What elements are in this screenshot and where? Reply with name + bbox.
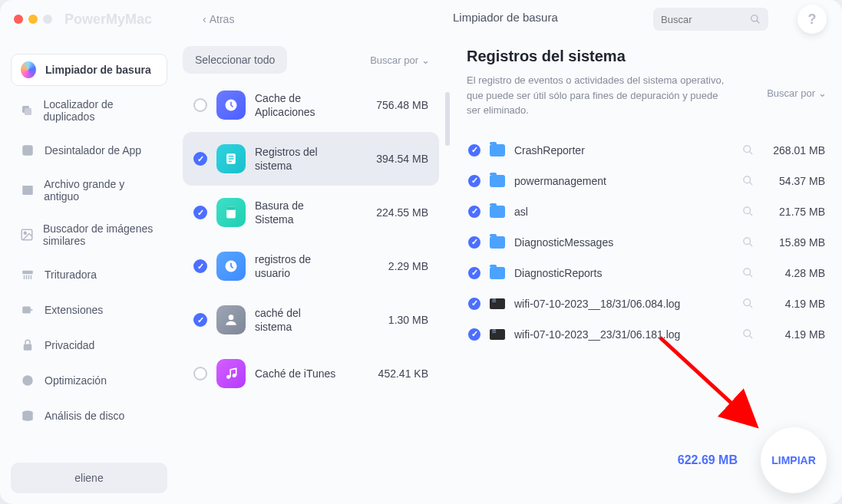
svg-rect-15 (24, 344, 32, 351)
sidebar-item-junk-cleaner[interactable]: Limpiador de basura (11, 54, 167, 86)
sidebar-label: Archivo grande y antiguo (44, 178, 158, 203)
svg-line-1 (757, 21, 760, 24)
checkbox[interactable] (193, 259, 207, 273)
file-row[interactable]: CrashReporter268.01 MB (467, 135, 827, 166)
minimize-dot[interactable] (28, 15, 38, 24)
svg-point-8 (24, 232, 26, 234)
search-input[interactable] (661, 14, 738, 25)
checkbox[interactable] (468, 328, 480, 341)
sidebar-item-disk-analysis[interactable]: Análisis de disco (11, 400, 167, 431)
folder-icon (490, 175, 505, 187)
traffic-lights[interactable] (14, 15, 52, 24)
file-row[interactable]: powermanagement54.37 MB (467, 166, 827, 196)
checkbox[interactable] (193, 152, 207, 166)
category-label: Registros del sistema (255, 145, 339, 173)
sidebar-item-similar-images[interactable]: Buscador de imágenes similares (11, 215, 167, 255)
magnifier-icon[interactable] (742, 267, 754, 279)
checkbox[interactable] (193, 206, 207, 219)
detail-sort-button[interactable]: Buscar por ⌄ (767, 87, 827, 99)
file-size: 4.28 MB (764, 267, 825, 279)
category-system-junk[interactable]: Basura de Sistema 224.55 MB (183, 186, 439, 239)
lock-icon (20, 338, 35, 353)
swirl-icon (21, 62, 36, 77)
magnifier-icon[interactable] (742, 236, 754, 249)
checkbox[interactable] (468, 267, 480, 279)
svg-rect-5 (22, 187, 33, 195)
svg-line-34 (749, 212, 752, 216)
maximize-dot[interactable] (43, 15, 52, 24)
close-dot[interactable] (14, 15, 23, 24)
category-system-cache[interactable]: caché del sistema 1.30 MB (183, 293, 439, 347)
checkbox[interactable] (193, 313, 207, 327)
file-size: 4.19 MB (764, 298, 825, 310)
category-app-cache[interactable]: Cache de Aplicaciones 756.48 MB (183, 78, 439, 132)
app-icon (20, 143, 35, 158)
category-column: Seleccionar todo Buscar por ⌄ Cache de A… (178, 38, 447, 504)
magnifier-icon[interactable] (742, 144, 754, 156)
checkbox[interactable] (193, 98, 207, 112)
checkbox[interactable] (468, 144, 480, 156)
clean-button[interactable]: LIMPIAR (761, 427, 827, 493)
sidebar-item-privacy[interactable]: Privacidad (11, 330, 167, 361)
file-size: 4.19 MB (764, 328, 825, 341)
magnifier-icon[interactable] (742, 206, 754, 218)
category-itunes-cache[interactable]: Caché de iTunes 452.41 KB (183, 347, 439, 400)
svg-point-0 (751, 15, 758, 21)
category-sort-button[interactable]: Buscar por ⌄ (370, 54, 430, 66)
sidebar-item-duplicates[interactable]: Localizador de duplicados (11, 91, 167, 130)
file-row[interactable]: wifi-07-10-2023__23/31/06.181.log4.19 MB (467, 319, 827, 350)
help-button[interactable]: ? (797, 5, 827, 34)
rocket-icon (20, 373, 35, 388)
file-row[interactable]: wifi-07-10-2023__18/31/06.084.log4.19 MB (467, 288, 827, 319)
select-all-button[interactable]: Seleccionar todo (183, 46, 287, 74)
category-size: 452.41 KB (378, 367, 428, 380)
file-name: DiagnosticMessages (514, 236, 733, 249)
file-size: 15.89 MB (764, 236, 825, 249)
category-label: Cache de Aplicaciones (255, 91, 339, 119)
checkbox[interactable] (468, 175, 480, 187)
svg-rect-4 (22, 145, 33, 156)
sidebar-item-optimization[interactable]: Optimización (11, 365, 167, 396)
category-size: 1.30 MB (388, 314, 428, 326)
checkbox[interactable] (468, 206, 480, 218)
file-name: wifi-07-10-2023__23/31/06.181.log (514, 328, 733, 341)
user-pill[interactable]: eliene (11, 463, 167, 493)
category-system-logs[interactable]: Registros del sistema 394.54 MB (183, 132, 439, 186)
category-label: caché del sistema (255, 306, 339, 334)
chevron-left-icon: ‹ (203, 13, 206, 25)
file-size: 268.01 MB (764, 144, 825, 156)
box-icon (20, 183, 35, 198)
sidebar-item-uninstaller[interactable]: Desintalador de App (11, 135, 167, 166)
back-button[interactable]: ‹ Atras (203, 13, 234, 25)
sidebar-label: Análisis de disco (45, 410, 124, 422)
search-input-wrap[interactable] (653, 8, 768, 31)
sidebar-label: Limpiador de basura (45, 64, 151, 76)
category-label: Caché de iTunes (255, 367, 339, 380)
file-row[interactable]: DiagnosticReports4.28 MB (467, 258, 827, 288)
sidebar-item-shredder[interactable]: Trituradora (11, 259, 167, 290)
file-row[interactable]: DiagnosticMessages15.89 MB (467, 227, 827, 258)
checkbox[interactable] (468, 236, 480, 249)
file-row[interactable]: asl21.75 MB (467, 196, 827, 227)
sidebar-item-extensions[interactable]: Extensiones (11, 295, 167, 325)
checkbox[interactable] (468, 298, 480, 310)
svg-point-31 (744, 176, 751, 183)
sidebar-label: Desintalador de App (45, 144, 141, 156)
magnifier-icon[interactable] (742, 175, 754, 187)
svg-point-33 (744, 206, 751, 213)
svg-line-40 (749, 305, 752, 308)
svg-line-32 (749, 182, 752, 185)
sidebar-item-large-old[interactable]: Archivo grande y antiguo (11, 170, 167, 210)
checkbox[interactable] (193, 367, 207, 380)
magnifier-icon[interactable] (742, 328, 754, 341)
svg-rect-6 (22, 186, 33, 188)
file-name: powermanagement (514, 175, 733, 187)
chevron-down-icon: ⌄ (818, 87, 827, 99)
image-icon (20, 227, 34, 242)
category-size: 756.48 MB (376, 99, 428, 111)
file-name: wifi-07-10-2023__18/31/06.084.log (514, 298, 733, 310)
magnifier-icon[interactable] (742, 298, 754, 310)
folder-icon (490, 236, 505, 249)
category-user-logs[interactable]: registros de usuario 2.29 MB (183, 239, 439, 293)
file-size: 54.37 MB (764, 175, 825, 187)
